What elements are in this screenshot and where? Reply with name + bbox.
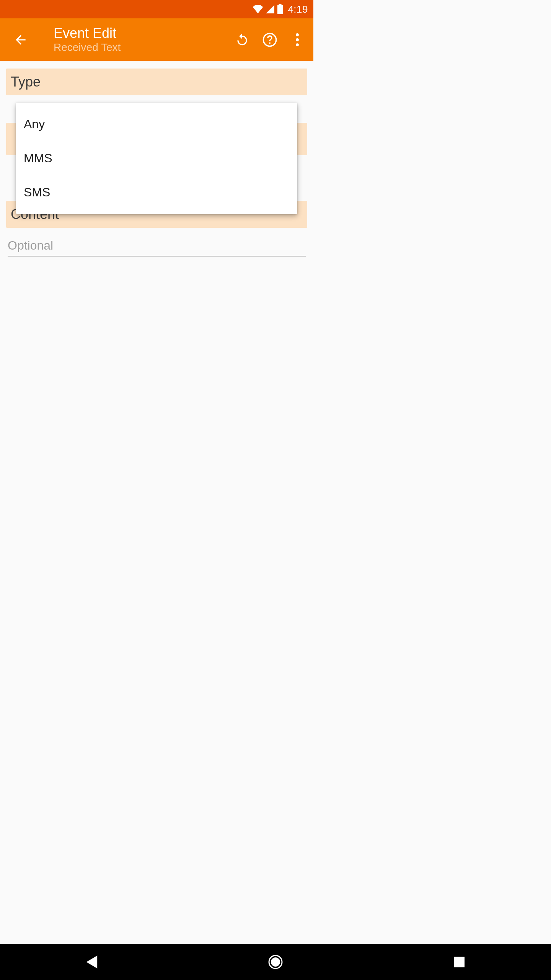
wifi-icon (253, 5, 263, 13)
titles: Event Edit Received Text (41, 26, 228, 54)
svg-point-3 (296, 33, 299, 36)
content-input[interactable] (8, 236, 306, 256)
svg-rect-0 (277, 5, 283, 14)
battery-icon (277, 4, 283, 14)
type-dropdown: Any MMS SMS (16, 103, 297, 214)
overflow-menu-button[interactable] (284, 26, 311, 54)
dropdown-option-any[interactable]: Any (16, 107, 297, 141)
undo-button[interactable] (228, 26, 256, 54)
status-time: 4:19 (288, 3, 308, 15)
dropdown-option-sms[interactable]: SMS (16, 175, 297, 209)
svg-point-5 (296, 43, 299, 46)
page-title: Event Edit (54, 26, 228, 41)
page-subtitle: Received Text (54, 41, 228, 54)
back-button[interactable] (0, 18, 41, 61)
action-icons (228, 26, 313, 54)
dropdown-option-mms[interactable]: MMS (16, 141, 297, 175)
type-section-header: Type (6, 69, 307, 95)
svg-rect-1 (279, 4, 282, 6)
help-button[interactable] (256, 26, 284, 54)
content-input-row (6, 236, 307, 256)
action-bar: Event Edit Received Text (0, 18, 313, 61)
svg-point-4 (296, 38, 299, 41)
cell-signal-icon (266, 5, 275, 13)
status-bar: 4:19 (0, 0, 313, 18)
